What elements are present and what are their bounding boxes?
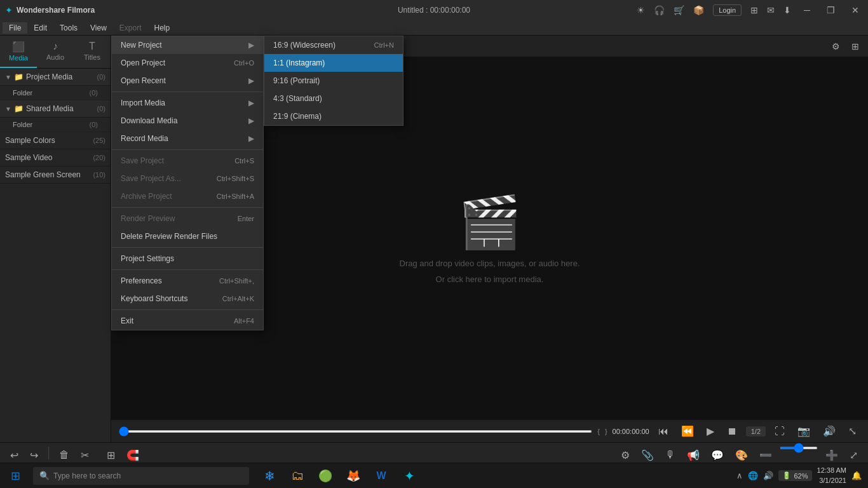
menu-archive-project: Archive Project Ctrl+Shift+A xyxy=(112,187,263,205)
zoom-out-icon[interactable]: ➖ xyxy=(756,447,776,464)
sample-green-item[interactable]: Sample Green Screen (10) xyxy=(0,166,111,184)
play-button[interactable]: ▶ xyxy=(703,424,718,438)
render-preview-shortcut: Enter xyxy=(238,215,254,222)
minimize-button[interactable]: ─ xyxy=(800,4,814,17)
menu-edit[interactable]: Edit xyxy=(27,22,53,34)
menu-help[interactable]: Help xyxy=(148,22,177,34)
chevron-up-icon[interactable]: ∧ xyxy=(736,471,743,480)
caption-icon[interactable]: 💬 xyxy=(707,447,728,464)
redo-button[interactable]: ↪ xyxy=(26,447,42,464)
start-button[interactable]: ⊞ xyxy=(0,463,31,489)
tab-media-label: Media xyxy=(9,54,28,62)
stop-button[interactable]: ⏹ xyxy=(723,424,741,438)
network-icon[interactable]: 🌐 xyxy=(748,471,758,480)
grid-icon[interactable]: ⊞ xyxy=(750,5,758,15)
taskbar-chrome[interactable]: 🟢 xyxy=(313,463,338,489)
taskbar-file-explorer[interactable]: 🗂 xyxy=(285,463,310,489)
undo-button[interactable]: ↩ xyxy=(6,447,22,464)
gift-icon[interactable]: 📦 xyxy=(693,5,704,15)
menu-import-media[interactable]: Import Media ▶ xyxy=(112,94,263,112)
clip-icon[interactable]: 📎 xyxy=(637,447,658,464)
filter-icon[interactable]: ⚙ xyxy=(828,39,844,53)
shop-icon[interactable]: 🛒 xyxy=(674,5,684,15)
taskbar-firefox[interactable]: 🦊 xyxy=(341,463,366,489)
close-button[interactable]: ✕ xyxy=(848,4,863,17)
menu-new-project[interactable]: New Project ▶ xyxy=(112,36,263,54)
word-icon: W xyxy=(376,470,386,482)
brightness-icon[interactable]: ☀ xyxy=(637,5,645,15)
menu-view[interactable]: View xyxy=(84,22,113,34)
sample-video-label: Sample Video xyxy=(5,153,53,162)
battery-indicator[interactable]: 🔋 62% xyxy=(778,470,811,481)
mic-icon[interactable]: 🎙 xyxy=(661,447,679,464)
preview-timeline-slider[interactable] xyxy=(119,430,592,433)
aspect-ratio-button[interactable]: ⤡ xyxy=(844,424,860,438)
cut-button[interactable]: ✂ xyxy=(77,447,93,464)
tab-titles[interactable]: T Titles xyxy=(74,36,111,68)
zoom-in-icon[interactable]: ➕ xyxy=(822,447,842,464)
add-track-button[interactable]: ⊞ xyxy=(103,447,119,464)
menu-record-media[interactable]: Record Media ▶ xyxy=(112,130,263,147)
menu-tools[interactable]: Tools xyxy=(53,22,84,34)
download-icon[interactable]: ⬇ xyxy=(783,5,791,15)
project-media-arrow: ▼ xyxy=(5,74,11,81)
aspect-cinema[interactable]: 21:9 (Cinema) xyxy=(264,107,403,125)
notification-icon[interactable]: 🔔 xyxy=(851,471,862,480)
add-media-icon[interactable]: ⊞ xyxy=(848,39,863,53)
zoom-slider[interactable] xyxy=(780,447,818,449)
expand-icon[interactable]: ⤢ xyxy=(846,447,862,464)
settings-icon[interactable]: ⚙ xyxy=(617,447,634,464)
sample-colors-item[interactable]: Sample Colors (25) xyxy=(0,132,111,149)
aspect-portrait[interactable]: 9:16 (Portrait) xyxy=(264,72,403,90)
menu-preferences[interactable]: Preferences Ctrl+Shift+, xyxy=(112,272,263,290)
clock-display[interactable]: 12:38 AM 3/1/2021 xyxy=(817,466,846,485)
voiceover-icon[interactable]: 📢 xyxy=(683,447,703,464)
project-media-header[interactable]: ▼ 📁 Project Media (0) xyxy=(0,69,111,86)
menu-export[interactable]: Export xyxy=(113,22,148,34)
headphones-icon[interactable]: 🎧 xyxy=(654,5,665,15)
screenshot-button[interactable]: 📷 xyxy=(794,424,814,438)
import-media-arrow: ▶ xyxy=(248,98,254,107)
tab-audio[interactable]: ♪ Audio xyxy=(37,36,74,68)
frame-back-button[interactable]: ⏪ xyxy=(677,424,698,438)
taskbar-filmora[interactable]: ✦ xyxy=(397,463,422,489)
aspect-instagram[interactable]: 1:1 (Instagram) xyxy=(264,54,403,72)
menu-delete-preview[interactable]: Delete Preview Render Files xyxy=(112,227,263,245)
sound-icon[interactable]: 🔊 xyxy=(763,471,773,480)
login-button[interactable]: Login xyxy=(713,4,742,16)
snap-button[interactable]: 🧲 xyxy=(123,447,143,464)
tab-media[interactable]: ⬛ Media xyxy=(0,36,37,68)
project-media-folder[interactable]: Folder (0) xyxy=(0,86,111,100)
taskbar-word[interactable]: W xyxy=(369,463,394,489)
menu-render-preview: Render Preview Enter xyxy=(112,210,263,227)
restore-button[interactable]: ❐ xyxy=(823,4,839,17)
delete-button[interactable]: 🗑 xyxy=(55,447,73,464)
widescreen-shortcut: Ctrl+N xyxy=(374,41,394,49)
menu-project-settings[interactable]: Project Settings xyxy=(112,250,263,268)
aspect-standard[interactable]: 4:3 (Standard) xyxy=(264,90,403,107)
keyboard-shortcuts-label: Keyboard Shortcuts xyxy=(121,294,187,303)
left-panel: ⬛ Media ♪ Audio T Titles ▼ 📁 Project Med… xyxy=(0,36,111,442)
search-bar[interactable]: 🔍 Type here to search xyxy=(33,467,249,485)
menu-keyboard-shortcuts[interactable]: Keyboard Shortcuts Ctrl+Alt+K xyxy=(112,290,263,308)
aspect-widescreen[interactable]: 16:9 (Widescreen) Ctrl+N xyxy=(264,36,403,54)
project-folder-label: Folder xyxy=(13,89,32,97)
shared-media-header[interactable]: ▼ 📁 Shared Media (0) xyxy=(0,100,111,118)
volume-button[interactable]: 🔊 xyxy=(819,424,839,438)
shared-media-folder[interactable]: Folder (0) xyxy=(0,118,111,132)
menu-sep-1 xyxy=(112,92,263,92)
file-menu-dropdown: New Project ▶ Open Project Ctrl+O Open R… xyxy=(111,36,264,330)
mail-icon[interactable]: ✉ xyxy=(767,5,775,15)
menu-file[interactable]: File xyxy=(3,22,27,34)
menu-download-media[interactable]: Download Media ▶ xyxy=(112,112,263,130)
sample-video-item[interactable]: Sample Video (20) xyxy=(0,149,111,166)
menu-open-project[interactable]: Open Project Ctrl+O xyxy=(112,54,263,72)
keyboard-shortcuts-shortcut: Ctrl+Alt+K xyxy=(222,295,254,302)
taskbar-cortana[interactable]: ❄ xyxy=(257,463,282,489)
color-grade-icon[interactable]: 🎨 xyxy=(731,447,752,464)
menu-open-recent[interactable]: Open Recent ▶ xyxy=(112,72,263,90)
import-media-label: Import Media xyxy=(121,98,165,107)
step-back-button[interactable]: ⏮ xyxy=(654,424,672,438)
fullscreen-button[interactable]: ⛶ xyxy=(771,424,789,438)
menu-exit[interactable]: Exit Alt+F4 xyxy=(112,312,263,330)
